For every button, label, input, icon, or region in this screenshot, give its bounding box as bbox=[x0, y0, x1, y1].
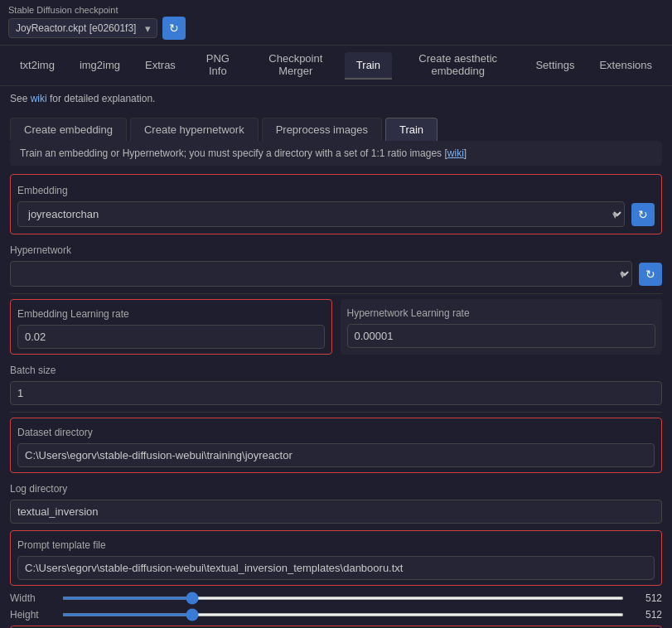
height-slider-row: Height 512 bbox=[10, 609, 662, 621]
width-slider-row: Width 512 bbox=[10, 592, 662, 604]
tab-train[interactable]: Train bbox=[345, 52, 392, 80]
embedding-lr-group: Embedding Learning rate bbox=[10, 299, 332, 355]
tab-extras[interactable]: Extras bbox=[133, 52, 187, 80]
height-label: Height bbox=[10, 609, 56, 621]
hypernetwork-refresh-btn[interactable]: ↻ bbox=[639, 263, 662, 286]
main-content: Train an embedding or Hypernetwork; you … bbox=[0, 141, 672, 628]
top-bar: Stable Diffusion checkpoint JoyReactor.c… bbox=[0, 0, 672, 46]
batch-size-label: Batch size bbox=[10, 361, 662, 378]
dataset-directory-group: Dataset directory bbox=[10, 418, 662, 473]
tab-settings[interactable]: Settings bbox=[524, 52, 586, 80]
sub-tab-train[interactable]: Train bbox=[385, 118, 438, 141]
width-label: Width bbox=[10, 592, 56, 604]
checkpoint-select-wrapper: JoyReactor.ckpt [e02601f3] bbox=[8, 18, 157, 38]
divider-1 bbox=[10, 293, 662, 294]
hypernetwork-section: Hypernetwork ↻ bbox=[10, 241, 662, 287]
tab-pnginfo[interactable]: PNG Info bbox=[189, 46, 247, 85]
info-wiki-link[interactable]: wiki bbox=[447, 147, 464, 159]
learning-rate-row: Embedding Learning rate Hypernetwork Lea… bbox=[10, 299, 662, 355]
info-bar: Train an embedding or Hypernetwork; you … bbox=[10, 141, 662, 166]
height-slider[interactable] bbox=[62, 613, 624, 616]
width-slider[interactable] bbox=[62, 597, 624, 600]
embedding-label: Embedding bbox=[17, 181, 655, 198]
sub-tab-create-hypernetwork[interactable]: Create hypernetwork bbox=[130, 118, 259, 141]
hypernetwork-select-wrapper bbox=[10, 261, 632, 287]
tab-txt2img[interactable]: txt2img bbox=[8, 52, 66, 80]
log-directory-group: Log directory bbox=[10, 480, 662, 524]
embedding-lr-label: Embedding Learning rate bbox=[17, 305, 325, 321]
prompt-template-input[interactable] bbox=[17, 556, 655, 580]
wiki-note: See wiki for detailed explanation. bbox=[0, 86, 672, 111]
log-dir-input[interactable] bbox=[10, 500, 662, 524]
embedding-lr-input[interactable] bbox=[17, 325, 325, 349]
embedding-refresh-btn[interactable]: ↻ bbox=[631, 203, 655, 226]
tab-aesthetic-embedding[interactable]: Create aesthetic embedding bbox=[394, 46, 522, 85]
wiki-link[interactable]: wiki bbox=[31, 93, 47, 104]
hypernetwork-select[interactable] bbox=[10, 261, 632, 287]
dataset-dir-input[interactable] bbox=[17, 443, 655, 467]
embedding-select-wrapper: joyreactorchan bbox=[17, 201, 625, 227]
checkpoint-select[interactable]: JoyReactor.ckpt [e02601f3] bbox=[8, 18, 157, 38]
prompt-template-group: Prompt template file bbox=[10, 530, 662, 586]
tab-img2img[interactable]: img2img bbox=[68, 52, 132, 80]
embedding-section: Embedding joyreactorchan ↻ bbox=[10, 174, 662, 234]
batch-size-input[interactable] bbox=[10, 381, 662, 405]
sub-tab-preprocess-images[interactable]: Preprocess images bbox=[262, 118, 382, 141]
hypernetwork-label: Hypernetwork bbox=[10, 241, 662, 258]
hypernetwork-lr-label: Hypernetwork Learning rate bbox=[347, 304, 656, 321]
tab-extensions[interactable]: Extensions bbox=[587, 52, 664, 80]
hypernetwork-lr-group: Hypernetwork Learning rate bbox=[341, 299, 663, 355]
divider-2 bbox=[10, 412, 662, 413]
height-value: 512 bbox=[631, 609, 662, 621]
batch-size-group: Batch size bbox=[10, 361, 662, 405]
prompt-template-label: Prompt template file bbox=[17, 536, 655, 553]
width-value: 512 bbox=[631, 592, 662, 604]
tab-checkpoint-merger[interactable]: Checkpoint Merger bbox=[249, 46, 343, 85]
embedding-select[interactable]: joyreactorchan bbox=[17, 201, 625, 227]
log-dir-label: Log directory bbox=[10, 480, 662, 496]
sub-tab-create-embedding[interactable]: Create embedding bbox=[10, 118, 127, 141]
dataset-dir-label: Dataset directory bbox=[17, 423, 655, 440]
checkpoint-label: Stable Diffusion checkpoint bbox=[8, 5, 186, 15]
sub-tabs: Create embedding Create hypernetwork Pre… bbox=[0, 111, 672, 141]
checkpoint-wrapper: Stable Diffusion checkpoint JoyReactor.c… bbox=[8, 5, 186, 40]
checkpoint-refresh-btn[interactable]: ↻ bbox=[162, 17, 186, 40]
nav-tabs: txt2img img2img Extras PNG Info Checkpoi… bbox=[0, 46, 672, 86]
hypernetwork-lr-input[interactable] bbox=[347, 324, 656, 348]
